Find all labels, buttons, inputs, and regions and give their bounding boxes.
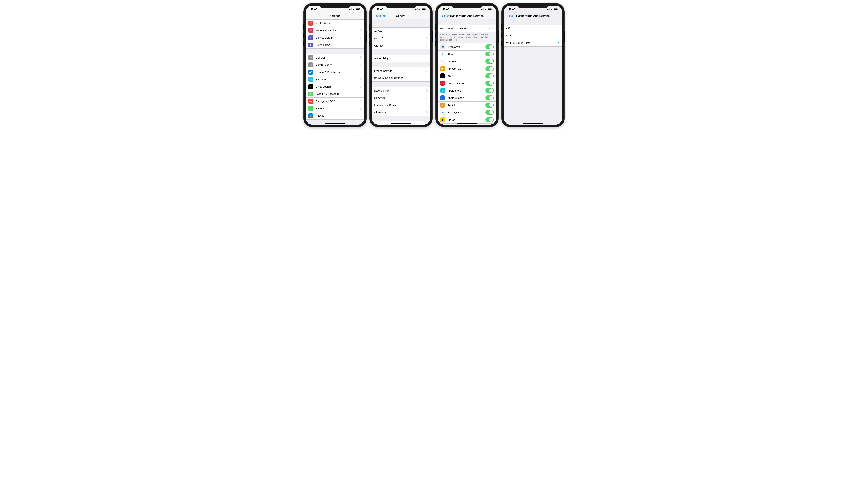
app-toggle[interactable] [485, 103, 494, 107]
wifi-icon [419, 8, 421, 10]
row-label: Handoff [374, 37, 426, 40]
battery-icon [422, 8, 426, 10]
app-toggle[interactable] [485, 74, 494, 78]
settings-row-screen-time[interactable]: ⧗ Screen Time [306, 41, 364, 49]
settings-row-wallpaper[interactable]: ✿ Wallpaper [306, 76, 364, 83]
app-label: Apple Support [448, 96, 485, 99]
back-button[interactable]: Settings [372, 14, 386, 17]
privacy-icon: ✋ [308, 114, 313, 118]
chevron-right-icon [426, 30, 428, 32]
general-row-iphone-storage[interactable]: iPhone Storage [372, 67, 430, 74]
content[interactable]: Background App Refresh On Allow apps to … [438, 19, 496, 125]
affirm-icon: a [440, 52, 445, 56]
general-row-background-app-refresh[interactable]: Background App Refresh [372, 74, 430, 82]
phone-general: 16:42 Settings General AirDrop Handoff [370, 3, 432, 127]
settings-row-do-not-disturb[interactable]: ☾ Do Not Disturb [306, 34, 364, 41]
settings-row-siri-search[interactable]: ● Siri & Search [306, 83, 364, 90]
books-icon: ▢ [440, 124, 445, 125]
general-row-keyboard[interactable]: Keyboard [372, 94, 430, 102]
home-indicator[interactable] [325, 123, 345, 124]
general-row-handoff[interactable]: Handoff [372, 35, 430, 42]
svg-rect-15 [482, 9, 482, 10]
row-label: Date & Time [374, 89, 426, 92]
back-button[interactable]: Back [504, 14, 514, 17]
back-button[interactable]: General [438, 14, 452, 17]
settings-row-display-brightness[interactable]: AA Display & Brightness [306, 68, 364, 76]
chevron-right-icon [361, 100, 362, 102]
audible-icon: ▸ [440, 103, 445, 107]
settings-row-notifications[interactable]: ◻ Notifications [306, 19, 364, 27]
app-toggle[interactable] [485, 59, 494, 64]
general-row-carplay[interactable]: CarPlay [372, 42, 430, 49]
option-wi-fi-cellular-data[interactable]: Wi-Fi & Cellular Data ✓ [504, 39, 562, 47]
settings-row-privacy[interactable]: ✋ Privacy [306, 112, 364, 119]
row-label: Language & Region [374, 104, 426, 106]
general-row-dictionary[interactable]: Dictionary [372, 109, 430, 116]
master-row[interactable]: Background App Refresh On [438, 25, 496, 32]
home-indicator[interactable] [457, 123, 477, 124]
chevron-left-icon [373, 14, 375, 17]
app-row-amc-theatres: amc AMC Theatres [438, 80, 496, 87]
row-label: Emergency SOS [316, 100, 361, 103]
chevron-right-icon [426, 124, 428, 125]
content[interactable]: AirDrop Handoff CarPlay Accessibility iP… [372, 19, 430, 125]
footer-note: Allow apps to refresh their content when… [438, 32, 496, 43]
settings-row-face-id-passcode[interactable]: ☺ Face ID & Passcode [306, 90, 364, 97]
content[interactable]: ◻ Notifications 🔊 Sounds & Haptics ☾ Do … [306, 19, 364, 125]
general-row-language-region[interactable]: Language & Region [372, 102, 430, 109]
settings-row-battery[interactable]: ▬ Battery [306, 105, 364, 112]
app-row-apple-store: ▯ Apple Store [438, 87, 496, 94]
chevron-right-icon [361, 37, 362, 39]
wifi-icon [485, 8, 487, 10]
notch [517, 3, 548, 8]
display-brightness-icon: AA [308, 70, 313, 75]
chevron-right-icon [361, 56, 362, 58]
cellular-icon [415, 8, 418, 10]
row-label: Face ID & Passcode [316, 92, 361, 95]
option-off[interactable]: Off [504, 25, 562, 32]
apple-store-icon: ▯ [440, 88, 445, 93]
home-indicator[interactable] [523, 123, 543, 124]
app-toggle[interactable] [485, 66, 494, 71]
app-toggle[interactable] [485, 81, 494, 86]
app-toggle[interactable] [485, 52, 494, 56]
face-id-passcode-icon: ☺ [308, 92, 313, 96]
general-row-accessibility[interactable]: Accessibility [372, 54, 430, 62]
settings-row-emergency-sos[interactable]: SOS Emergency SOS [306, 97, 364, 105]
app-toggle[interactable] [485, 110, 494, 115]
chevron-left-icon [505, 14, 507, 17]
barclays-us-icon: ✦ [440, 110, 445, 115]
app-toggle[interactable] [485, 95, 494, 100]
content[interactable]: Off Wi-Fi Wi-Fi & Cellular Data ✓ [504, 19, 562, 125]
svg-rect-21 [547, 9, 547, 10]
row-label: Screen Time [316, 43, 361, 47]
app-toggle[interactable] [485, 44, 494, 49]
svg-rect-17 [483, 8, 484, 10]
battery-icon [554, 8, 558, 10]
general-row-date-time[interactable]: Date & Time [372, 87, 430, 94]
phone-bg-refresh-mode: 16:42 Back Background App Refresh Off Wi… [502, 3, 564, 127]
row-label: Display & Brightness [316, 70, 361, 74]
svg-rect-22 [548, 9, 548, 10]
row-label: Sounds & Haptics [316, 29, 361, 32]
app-label: Amazon Go [448, 67, 485, 70]
chevron-right-icon [426, 37, 428, 39]
option-wi-fi[interactable]: Wi-Fi [504, 32, 562, 39]
home-indicator[interactable] [391, 123, 411, 124]
chevron-right-icon [426, 70, 428, 72]
settings-row-sounds-haptics[interactable]: 🔊 Sounds & Haptics [306, 27, 364, 34]
amazon-go-icon: go [440, 66, 445, 71]
svg-rect-3 [351, 8, 352, 10]
general-row-airdrop[interactable]: AirDrop [372, 27, 430, 35]
apple-support-icon [440, 95, 445, 100]
row-label: iPhone Storage [374, 69, 426, 72]
settings-row-general[interactable]: ⚙ General [306, 54, 364, 61]
blocker-icon: ☻ [440, 117, 445, 122]
app-toggle[interactable] [485, 124, 494, 125]
app-row-audible: ▸ Audible [438, 102, 496, 109]
settings-row-control-center[interactable]: ⊞ Control Center [306, 61, 364, 68]
chevron-right-icon [361, 86, 362, 88]
app-toggle[interactable] [485, 117, 494, 122]
notch [320, 3, 351, 8]
app-toggle[interactable] [485, 88, 494, 93]
